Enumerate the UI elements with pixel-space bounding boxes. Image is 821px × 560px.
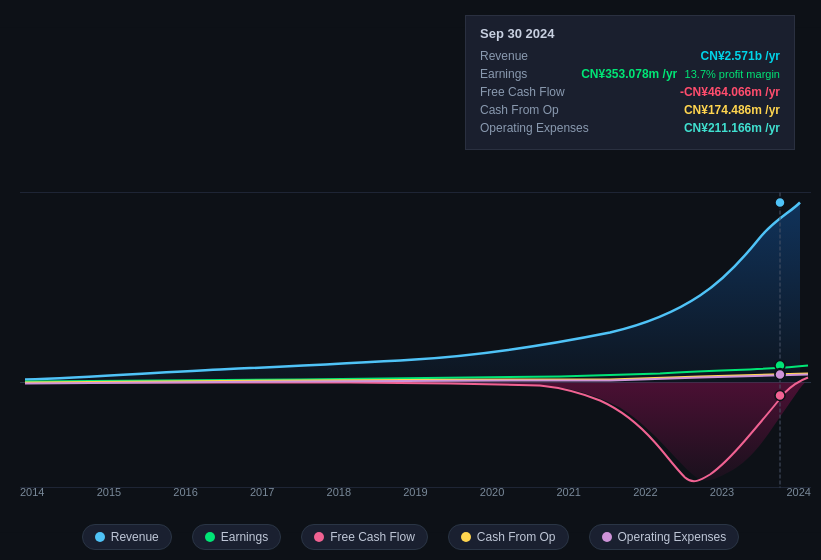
chart-container: Sep 30 2024 Revenue CN¥2.571b /yr Earnin… <box>0 0 821 560</box>
tooltip-fcf-label: Free Cash Flow <box>480 85 565 99</box>
chart-legend: Revenue Earnings Free Cash Flow Cash Fro… <box>0 524 821 550</box>
tooltip-fcf-value: -CN¥464.066m <box>680 85 762 99</box>
legend-dot-opex <box>602 532 612 542</box>
tooltip-fcf-row: Free Cash Flow -CN¥464.066m /yr <box>480 85 780 99</box>
tooltip-earnings-value: CN¥353.078m <box>581 67 659 81</box>
tooltip-profit-margin: 13.7% profit margin <box>685 68 780 80</box>
tooltip-earnings-label: Earnings <box>480 67 527 81</box>
x-label-2017: 2017 <box>250 486 274 498</box>
x-label-2021: 2021 <box>556 486 580 498</box>
tooltip-cashop-value: CN¥174.486m <box>684 103 762 117</box>
legend-label-fcf: Free Cash Flow <box>330 530 415 544</box>
legend-dot-revenue <box>95 532 105 542</box>
tooltip-earnings-row: Earnings CN¥353.078m /yr 13.7% profit ma… <box>480 67 780 81</box>
svg-point-7 <box>775 391 785 401</box>
x-labels: 2014 2015 2016 2017 2018 2019 2020 2021 … <box>20 486 811 498</box>
tooltip-opex-unit: /yr <box>765 121 780 135</box>
legend-item-fcf[interactable]: Free Cash Flow <box>301 524 428 550</box>
x-label-2019: 2019 <box>403 486 427 498</box>
legend-item-cashop[interactable]: Cash From Op <box>448 524 569 550</box>
x-label-2016: 2016 <box>173 486 197 498</box>
x-label-2024: 2024 <box>786 486 810 498</box>
tooltip-revenue-value: CN¥2.571b <box>701 49 762 63</box>
tooltip-cashop-row: Cash From Op CN¥174.486m /yr <box>480 103 780 117</box>
tooltip-cashop-unit: /yr <box>765 103 780 117</box>
x-label-2020: 2020 <box>480 486 504 498</box>
svg-point-9 <box>775 370 785 380</box>
legend-item-earnings[interactable]: Earnings <box>192 524 281 550</box>
tooltip-date: Sep 30 2024 <box>480 26 780 41</box>
tooltip-revenue-unit: /yr <box>765 49 780 63</box>
tooltip-opex-label: Operating Expenses <box>480 121 589 135</box>
svg-point-5 <box>775 198 785 208</box>
x-label-2022: 2022 <box>633 486 657 498</box>
legend-label-opex: Operating Expenses <box>618 530 727 544</box>
tooltip-revenue-label: Revenue <box>480 49 528 63</box>
x-label-2023: 2023 <box>710 486 734 498</box>
legend-dot-earnings <box>205 532 215 542</box>
x-label-2014: 2014 <box>20 486 44 498</box>
x-label-2018: 2018 <box>327 486 351 498</box>
tooltip-opex-row: Operating Expenses CN¥211.166m /yr <box>480 121 780 135</box>
tooltip-earnings-unit: /yr <box>663 67 678 81</box>
legend-item-opex[interactable]: Operating Expenses <box>589 524 740 550</box>
tooltip-revenue-row: Revenue CN¥2.571b /yr <box>480 49 780 63</box>
legend-dot-cashop <box>461 532 471 542</box>
legend-item-revenue[interactable]: Revenue <box>82 524 172 550</box>
tooltip-box: Sep 30 2024 Revenue CN¥2.571b /yr Earnin… <box>465 15 795 150</box>
legend-label-cashop: Cash From Op <box>477 530 556 544</box>
legend-label-earnings: Earnings <box>221 530 268 544</box>
legend-dot-fcf <box>314 532 324 542</box>
tooltip-opex-value: CN¥211.166m <box>684 121 762 135</box>
tooltip-cashop-label: Cash From Op <box>480 103 559 117</box>
legend-label-revenue: Revenue <box>111 530 159 544</box>
x-label-2015: 2015 <box>97 486 121 498</box>
tooltip-fcf-unit: /yr <box>765 85 780 99</box>
